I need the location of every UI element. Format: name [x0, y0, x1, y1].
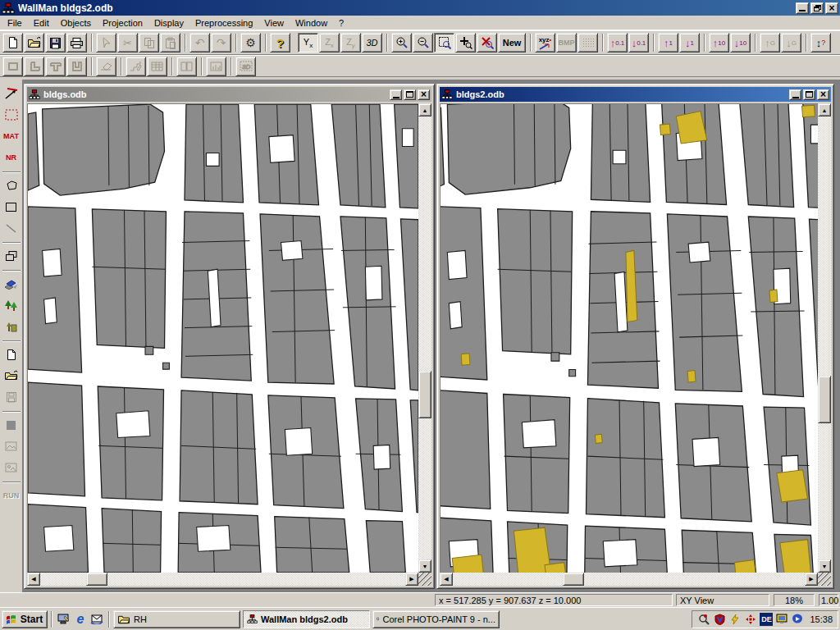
profile-button[interactable] [126, 57, 146, 76]
polygon-tool-button[interactable] [2, 176, 21, 195]
cut-button[interactable]: ✂ [117, 33, 138, 52]
scroll-right-button[interactable]: ▶ [405, 573, 418, 586]
tray-lightning-icon[interactable] [728, 613, 742, 626]
menu-item-[interactable]: ? [333, 16, 349, 30]
bldgs-close-button[interactable]: × [418, 89, 430, 100]
fill-color-button[interactable] [2, 415, 21, 435]
menu-item-display[interactable]: Display [148, 16, 189, 30]
bldgs-title-bar[interactable]: bldgs.odb × [27, 87, 431, 102]
eraser-button[interactable] [96, 57, 116, 76]
bldgs2-maximize-button[interactable] [803, 89, 815, 100]
3d-preview-button[interactable]: 3D [235, 57, 256, 76]
title-bar[interactable]: WallMan bldgs2.odb × [0, 0, 840, 16]
select-tool-button[interactable] [96, 33, 116, 52]
tray-arrows-cross-icon[interactable] [744, 613, 757, 626]
bldgs2-map-canvas[interactable] [440, 103, 818, 573]
scroll-left-button[interactable]: ◀ [27, 573, 40, 586]
zoom-in-button[interactable] [391, 33, 412, 52]
down-10-button[interactable]: ↓10 [730, 33, 751, 52]
up-1-button[interactable]: ↑1 [658, 33, 678, 52]
new-database-button[interactable] [2, 345, 21, 364]
bmp-button[interactable]: BMP [556, 33, 577, 52]
hscroll-thumb[interactable] [563, 573, 584, 586]
tray-antivirus-shield-icon[interactable] [713, 613, 726, 626]
start-button[interactable]: Start [2, 610, 48, 628]
image-export-button[interactable] [2, 458, 21, 477]
split-view-button[interactable] [176, 57, 197, 76]
save-button[interactable] [45, 33, 66, 52]
number-button[interactable]: NR [2, 148, 21, 167]
keyboard-layout-indicator[interactable]: DE [760, 613, 773, 626]
view-3d-button[interactable]: 3D [362, 33, 382, 52]
paste-button[interactable] [160, 33, 180, 52]
bldgs2-title-bar[interactable]: bldgs2.odb × [440, 87, 831, 102]
zoom-rect-button[interactable] [434, 33, 454, 52]
new-object-button[interactable]: New [498, 33, 526, 52]
terrain-button[interactable] [2, 274, 21, 294]
rect-shape-button[interactable] [2, 57, 23, 76]
l-shape-button[interactable] [24, 57, 44, 76]
scroll-up-button[interactable]: ▲ [418, 103, 431, 116]
task-rh[interactable]: RH [113, 610, 240, 628]
height-query-button[interactable]: ↕? [810, 33, 831, 52]
resize-grip[interactable] [818, 573, 831, 586]
new-button[interactable] [2, 33, 23, 52]
tray-quicktime-icon[interactable] [791, 613, 804, 626]
window-bldgs[interactable]: bldgs.odb × ▲ ▼ ◀ ▶ [24, 84, 435, 589]
show-desktop-shortcut[interactable] [56, 611, 72, 628]
building-vegetation-button[interactable] [2, 317, 21, 336]
undo-button[interactable]: ↶ [189, 33, 210, 52]
grid-button[interactable] [578, 33, 598, 52]
vscroll-thumb[interactable] [818, 376, 831, 423]
material-button[interactable]: MAT [2, 126, 21, 146]
scroll-down-button[interactable]: ▼ [418, 559, 431, 573]
help-button[interactable]: ? [270, 33, 290, 52]
close-button[interactable]: × [825, 2, 838, 14]
down-1-button[interactable]: ↓1 [679, 33, 700, 52]
task-wallman[interactable]: WallMan bldgs2.odb [243, 610, 370, 628]
window-bldgs2[interactable]: bldgs2.odb × ▲ ▼ ◀ ▶ [436, 84, 834, 589]
select-region-button[interactable] [2, 105, 21, 125]
xyz-coords-button[interactable]: xyz• [535, 33, 555, 52]
image-view-button[interactable] [2, 436, 21, 456]
scroll-left-button[interactable]: ◀ [440, 573, 453, 586]
resize-grip[interactable] [418, 573, 431, 586]
settings-button[interactable]: ⚙ [240, 33, 261, 52]
scroll-right-button[interactable]: ▶ [805, 573, 818, 586]
up-10-button[interactable]: ↑10 [709, 33, 729, 52]
run-button[interactable]: RUN [2, 486, 21, 505]
bldgs2-minimize-button[interactable] [789, 89, 801, 100]
zoom-out-button[interactable] [413, 33, 433, 52]
bldgs-hscrollbar[interactable]: ◀ ▶ [27, 573, 418, 586]
tray-display-icon[interactable] [775, 613, 788, 626]
menu-item-preprocessing[interactable]: Preprocessing [189, 16, 258, 30]
menu-item-file[interactable]: File [2, 16, 28, 30]
edit-arrow-button[interactable] [2, 84, 21, 103]
rectangle-tool-button[interactable] [2, 197, 21, 217]
bldgs-map-canvas[interactable] [27, 103, 418, 573]
bldgs2-close-button[interactable]: × [817, 89, 829, 100]
open-database-button[interactable] [2, 366, 21, 386]
up-0.1-button[interactable]: ↑0.1 [607, 33, 628, 52]
hscroll-thumb[interactable] [86, 573, 107, 586]
scroll-up-button[interactable]: ▲ [818, 103, 831, 116]
histogram-button[interactable] [206, 57, 226, 76]
bldgs2-hscrollbar[interactable]: ◀ ▶ [440, 573, 818, 586]
up-g-button[interactable]: ↑G [760, 33, 780, 52]
tray-magnifier-icon[interactable] [697, 613, 710, 626]
t-shape-button[interactable] [45, 57, 66, 76]
menu-item-view[interactable]: View [258, 16, 290, 30]
menu-item-objects[interactable]: Objects [55, 16, 97, 30]
save-database-button[interactable] [2, 387, 21, 407]
pan-zoom-button[interactable] [455, 33, 476, 52]
outlook-shortcut[interactable] [89, 611, 105, 628]
line-tool-button[interactable] [2, 218, 21, 238]
down-g-button[interactable]: ↓G [781, 33, 801, 52]
open-button[interactable] [24, 33, 44, 52]
bldgs-minimize-button[interactable] [390, 89, 402, 100]
minimize-button[interactable] [796, 2, 809, 14]
menu-item-projection[interactable]: Projection [97, 16, 148, 30]
down-0.1-button[interactable]: ↓0.1 [628, 33, 649, 52]
combine-objects-button[interactable] [2, 246, 21, 266]
bldgs-maximize-button[interactable] [404, 89, 416, 100]
